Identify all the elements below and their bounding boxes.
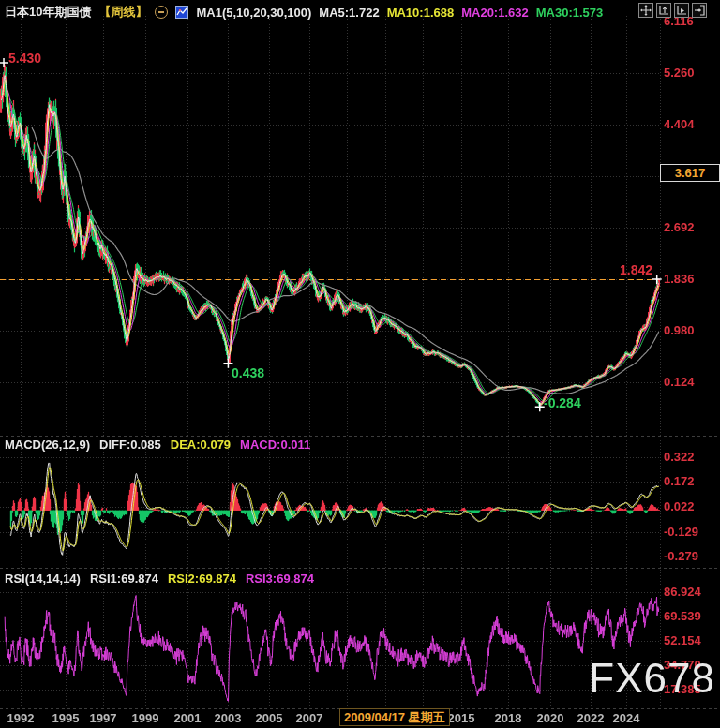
chart-app: 6.1165.2604.4043.5482.6921.8360.9800.124…	[0, 0, 720, 728]
recent-high-annotation: 1.842	[620, 262, 652, 277]
timeframe-label: 【周线】	[98, 4, 147, 21]
ma5-value: MA5:1.722	[319, 6, 379, 20]
instrument-title: 日本10年期国债	[5, 4, 91, 21]
ma20-value: MA20:1.632	[461, 6, 529, 20]
axis-forward-icon[interactable]	[674, 3, 689, 18]
ma30-value: MA30:1.573	[536, 6, 604, 20]
rsi-title: RSI(14,14,14)	[5, 572, 81, 586]
macd-panel-header: MACD(26,12,9) DIFF:0.085 DEA:0.079 MACD:…	[5, 438, 310, 452]
panel-exit-icon[interactable]	[692, 3, 707, 18]
peak-price-annotation: 5.430	[8, 51, 41, 66]
crosshair-price-readout: 3.617	[660, 164, 720, 182]
macd-diff-value: DIFF:0.085	[99, 438, 161, 452]
rsi1-value: RSI1:69.874	[90, 572, 158, 586]
macd-title: MACD(26,12,9)	[5, 438, 90, 452]
macd-hist-value: MACD:0.011	[240, 438, 310, 452]
price-chart-canvas[interactable]	[0, 0, 720, 728]
fx678-watermark: FX678	[589, 655, 715, 702]
collapse-circle-icon[interactable]	[155, 6, 168, 19]
move-icon[interactable]	[638, 3, 653, 18]
low-2019-annotation: -0.284	[544, 395, 581, 410]
main-chart-header: 日本10年期国债 【周线】 MA1(5,10,20,30,100) MA5:1.…	[5, 4, 603, 21]
rsi2-value: RSI2:69.874	[168, 572, 236, 586]
rsi3-value: RSI3:69.874	[246, 572, 314, 586]
ma-settings-label: MA1(5,10,20,30,100)	[196, 6, 311, 20]
macd-dea-value: DEA:0.079	[171, 438, 231, 452]
low-2003-annotation: 0.438	[232, 365, 264, 380]
ma10-value: MA10:1.688	[387, 6, 455, 20]
chart-toolbar	[638, 3, 707, 18]
chart-type-icon[interactable]	[175, 6, 188, 19]
rsi-panel-header: RSI(14,14,14) RSI1:69.874 RSI2:69.874 RS…	[5, 572, 314, 586]
crosshair-date-readout: 2009/04/17 星期五	[339, 708, 450, 726]
axis-up-icon[interactable]	[656, 3, 671, 18]
